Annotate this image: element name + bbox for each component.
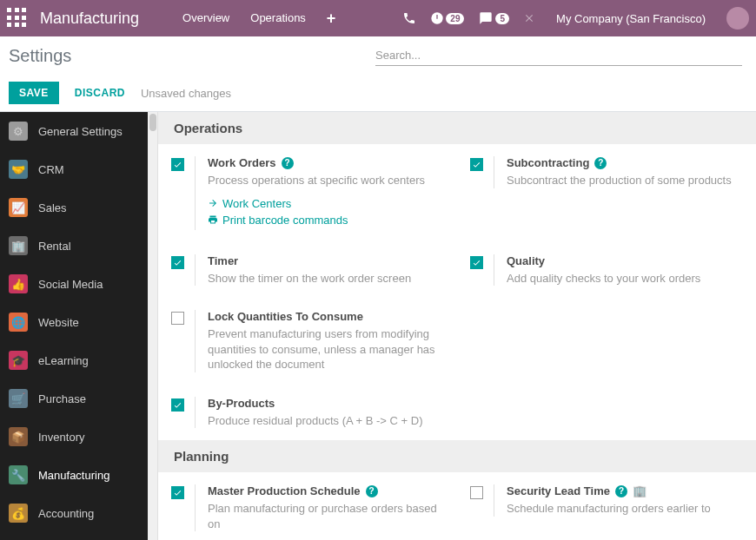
sidebar-icon: 💰 xyxy=(9,504,28,523)
nav-item-overview[interactable]: Overview xyxy=(174,6,238,31)
checkbox[interactable] xyxy=(470,486,483,499)
search-input[interactable] xyxy=(375,45,742,66)
setting-row: Security Lead Time?🏢Schedule manufacturi… xyxy=(457,472,756,529)
sidebar-item-accounting[interactable]: 💰Accounting xyxy=(0,494,148,532)
user-avatar[interactable] xyxy=(726,7,749,30)
sidebar-icon: 🛒 xyxy=(9,389,28,408)
setting-title: Timer xyxy=(208,254,441,267)
sidebar-icon: 👍 xyxy=(9,274,28,293)
help-icon[interactable]: ? xyxy=(282,157,294,169)
close-icon[interactable] xyxy=(523,12,535,24)
sidebar-item-label: Website xyxy=(38,316,79,329)
sidebar-item-label: Inventory xyxy=(38,431,84,444)
company-selector[interactable]: My Company (San Francisco) xyxy=(556,12,706,25)
sidebar-icon: 🔧 xyxy=(9,465,28,484)
sidebar-item-label: Purchase xyxy=(38,392,86,405)
sidebar-item-label: eLearning xyxy=(38,354,89,367)
sidebar-icon: 🏢 xyxy=(9,236,28,255)
setting-description: Show the timer on the work order screen xyxy=(208,271,441,286)
setting-title: Lock Quantities To Consume xyxy=(208,310,441,323)
settings-sidebar: ⚙General Settings🤝CRM📈Sales🏢Rental👍Socia… xyxy=(0,112,148,540)
checkbox[interactable] xyxy=(470,256,483,269)
enterprise-icon: 🏢 xyxy=(633,484,647,497)
page-title: Settings xyxy=(9,46,375,66)
sidebar-item-purchase[interactable]: 🛒Purchase xyxy=(0,379,148,418)
setting-title: Master Production Schedule? xyxy=(208,484,441,497)
sidebar-item-label: General Settings xyxy=(38,125,123,138)
control-panel: Settings SAVE DISCARD Unsaved changes xyxy=(0,36,756,112)
unsaved-label: Unsaved changes xyxy=(141,87,231,100)
settings-content: OperationsWork Orders?Process operations… xyxy=(158,112,756,540)
checkbox[interactable] xyxy=(171,398,184,412)
setting-title: By-Products xyxy=(208,397,441,410)
sidebar-icon: 📈 xyxy=(9,198,28,217)
discard-button[interactable]: DISCARD xyxy=(75,87,125,99)
sidebar-icon: 🎓 xyxy=(9,351,28,370)
sidebar-item-manufacturing[interactable]: 🔧Manufacturing xyxy=(0,456,148,494)
phone-icon[interactable] xyxy=(402,11,416,25)
setting-title: Quality xyxy=(507,254,740,267)
sidebar-item-rental[interactable]: 🏢Rental xyxy=(0,227,148,265)
setting-row: QualityAdd quality checks to your work o… xyxy=(457,242,756,299)
setting-link[interactable]: Work Centers xyxy=(208,197,441,210)
setting-description: Produce residual products (A + B -> C + … xyxy=(208,413,441,429)
sidebar-item-label: Social Media xyxy=(38,278,103,291)
setting-description: Subcontract the production of some produ… xyxy=(507,173,740,188)
sidebar-item-label: CRM xyxy=(38,163,64,176)
checkbox[interactable] xyxy=(171,312,184,325)
section-header: Operations xyxy=(158,112,756,144)
sidebar-icon: 📦 xyxy=(9,427,28,446)
setting-row: Work Orders?Process operations at specif… xyxy=(158,144,457,242)
setting-row: By-ProductsProduce residual products (A … xyxy=(158,385,457,441)
section-header: Planning xyxy=(158,440,756,472)
sidebar-icon: 🌐 xyxy=(9,313,28,332)
sidebar-item-sales[interactable]: 📈Sales xyxy=(0,188,148,227)
sidebar-icon: 🤝 xyxy=(9,160,28,179)
checkbox[interactable] xyxy=(171,256,184,269)
checkbox[interactable] xyxy=(470,158,483,171)
apps-icon[interactable] xyxy=(7,8,28,29)
sidebar-item-social-media[interactable]: 👍Social Media xyxy=(0,265,148,303)
nav-item-operations[interactable]: Operations xyxy=(242,6,315,31)
sidebar-item-label: Sales xyxy=(38,201,67,214)
setting-row: Subcontracting?Subcontract the productio… xyxy=(457,144,756,201)
setting-description: Prevent manufacturing users from modifyi… xyxy=(208,326,441,372)
sidebar-item-crm[interactable]: 🤝CRM xyxy=(0,150,148,188)
setting-row: Lock Quantities To ConsumePrevent manufa… xyxy=(158,298,457,385)
sidebar-item-payroll[interactable]: 👥Payroll xyxy=(0,532,148,540)
sidebar-item-elearning[interactable]: 🎓eLearning xyxy=(0,341,148,379)
setting-title: Security Lead Time?🏢 xyxy=(507,484,740,497)
top-navbar: Manufacturing Overview Operations + 29 5… xyxy=(0,0,756,36)
setting-description: Schedule manufacturing orders earlier to xyxy=(507,501,740,517)
sidebar-item-general-settings[interactable]: ⚙General Settings xyxy=(0,112,148,150)
setting-description: Process operations at specific work cent… xyxy=(208,173,441,188)
help-icon[interactable]: ? xyxy=(594,157,607,169)
messages-icon[interactable]: 5 xyxy=(478,11,509,25)
messages-badge: 5 xyxy=(495,13,509,24)
setting-description: Add quality checks to your work orders xyxy=(507,271,740,286)
checkbox[interactable] xyxy=(171,486,184,499)
sidebar-item-label: Accounting xyxy=(38,507,94,520)
nav-menu: Overview Operations + xyxy=(174,6,344,31)
save-button[interactable]: SAVE xyxy=(9,82,59,104)
setting-title: Subcontracting? xyxy=(507,156,740,169)
sidebar-icon: ⚙ xyxy=(9,122,28,141)
help-icon[interactable]: ? xyxy=(366,485,378,497)
sidebar-item-label: Rental xyxy=(38,240,71,253)
checkbox[interactable] xyxy=(171,158,184,171)
sidebar-scrollbar[interactable] xyxy=(148,112,158,540)
setting-row: Master Production Schedule?Plan manufact… xyxy=(158,472,457,540)
setting-title: Work Orders? xyxy=(208,156,441,169)
activities-badge: 29 xyxy=(446,13,464,24)
activities-icon[interactable]: 29 xyxy=(430,11,464,25)
setting-link[interactable]: Print barcode commands xyxy=(208,214,441,227)
setting-description: Plan manufacturing or purchase orders ba… xyxy=(208,501,441,531)
sidebar-item-label: Manufacturing xyxy=(38,469,109,482)
sidebar-item-inventory[interactable]: 📦Inventory xyxy=(0,418,148,456)
nav-add-icon[interactable]: + xyxy=(318,6,345,31)
sidebar-item-website[interactable]: 🌐Website xyxy=(0,303,148,341)
app-brand: Manufacturing xyxy=(40,10,139,28)
setting-row: TimerShow the timer on the work order sc… xyxy=(158,242,457,299)
help-icon[interactable]: ? xyxy=(615,485,627,497)
